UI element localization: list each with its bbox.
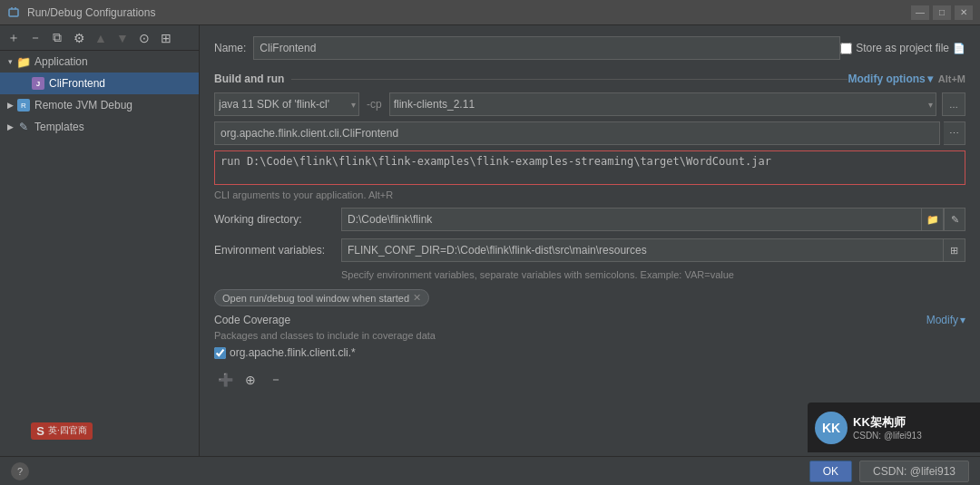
cancel-button[interactable]: CSDN: @lifei913 xyxy=(859,461,969,482)
working-dir-label: Working directory: xyxy=(214,213,341,226)
classpath-select[interactable]: flink-clients_2.11 xyxy=(389,92,936,116)
kk-avatar: KK xyxy=(815,412,848,444)
footer-left: ? xyxy=(11,462,29,480)
folder-icon: 📁 xyxy=(16,54,31,69)
store-project-file: Store as project file 📄 xyxy=(840,42,965,54)
ok-button[interactable]: OK xyxy=(809,461,852,482)
working-dir-browse-btn[interactable]: 📁 xyxy=(922,208,944,231)
coverage-desc: Packages and classes to include in cover… xyxy=(214,330,965,341)
coverage-item-row: org.apache.flink.client.cli.* xyxy=(214,346,965,359)
main-class-display[interactable]: org.apache.flink.client.cli.CliFrontend xyxy=(214,121,940,145)
maximize-button[interactable]: □ xyxy=(933,5,951,20)
minimize-button[interactable]: — xyxy=(911,5,929,20)
env-vars-hint: Specify environment variables, separate … xyxy=(341,269,965,280)
working-dir-input[interactable]: D:\Code\flink\flink xyxy=(341,208,922,231)
sdk-select-wrapper: java 11 SDK of 'flink-cl' xyxy=(214,92,359,116)
sidebar-item-label-templates: Templates xyxy=(34,121,84,133)
store-project-file-icon[interactable]: 📄 xyxy=(953,43,965,54)
sdk-select[interactable]: java 11 SDK of 'flink-cl' xyxy=(214,92,359,116)
tag-remove-icon[interactable]: ✕ xyxy=(413,292,421,304)
env-vars-label: Environment variables: xyxy=(214,244,341,257)
templates-icon: ✎ xyxy=(16,120,31,134)
name-row: Name: CliFrontend Store as project file … xyxy=(214,36,965,60)
kk-avatar-text: KK xyxy=(822,421,840,435)
footer: ? OK CSDN: @lifei913 xyxy=(0,456,980,485)
expand-button[interactable]: ⊞ xyxy=(156,28,176,48)
open-tool-window-tag[interactable]: Open run/debug tool window when started … xyxy=(214,289,429,306)
name-input[interactable]: CliFrontend xyxy=(253,36,840,60)
sidebar-item-templates[interactable]: ▶ ✎ Templates xyxy=(0,116,199,138)
env-vars-expand-btn[interactable]: ⊞ xyxy=(944,238,965,262)
tags-row: Open run/debug tool window when started … xyxy=(214,289,965,306)
sidebar-item-label-clifrontend: CliFrontend xyxy=(49,77,105,90)
main-class-row: org.apache.flink.client.cli.CliFrontend … xyxy=(214,121,965,145)
close-button[interactable]: ✕ xyxy=(955,5,973,20)
move-up-button[interactable]: ▲ xyxy=(91,28,111,48)
bottom-toolbar: ➕ ⊕ － xyxy=(214,370,965,390)
footer-right: OK CSDN: @lifei913 xyxy=(809,461,969,482)
program-args-input[interactable]: run D:\Code\flink\flink\flink-examples\f… xyxy=(214,150,965,185)
add-coverage-btn[interactable]: ➕ xyxy=(214,370,236,390)
sdk-classpath-row: java 11 SDK of 'flink-cl' -cp flink-clie… xyxy=(214,92,965,116)
kk-sub: CSDN: @lifei913 xyxy=(853,431,922,441)
expand-arrow-templates: ▶ xyxy=(4,121,16,133)
build-run-section-header: Build and run Modify options ▾ Alt+M xyxy=(214,73,965,85)
main-class-field[interactable]: org.apache.flink.client.cli.CliFrontend … xyxy=(942,92,965,116)
add-subdir-btn[interactable]: ⊕ xyxy=(240,370,261,390)
sidebar-item-label-application: Application xyxy=(34,55,88,68)
working-dir-macro-btn[interactable]: ✎ xyxy=(944,208,965,231)
right-panel: Name: CliFrontend Store as project file … xyxy=(200,25,980,456)
modify-options-link[interactable]: Modify options ▾ Alt+M xyxy=(848,73,965,85)
sidebar: ＋ － ⧉ ⚙ ▲ ▼ ⊙ ⊞ ▾ 📁 Application J CliFro… xyxy=(0,25,200,456)
classpath-select-wrapper: flink-clients_2.11 xyxy=(389,92,936,116)
config-icon: J xyxy=(31,76,45,91)
window-icon xyxy=(7,5,22,20)
move-down-button[interactable]: ▼ xyxy=(113,28,132,48)
store-project-file-label: Store as project file xyxy=(856,42,949,54)
add-config-button[interactable]: ＋ xyxy=(4,28,24,48)
watermark: S 英·四官商 xyxy=(7,412,116,449)
remote-icon: R xyxy=(16,98,31,112)
remove-coverage-btn[interactable]: － xyxy=(265,370,287,390)
sidebar-item-application[interactable]: ▾ 📁 Application xyxy=(0,51,199,73)
env-vars-row: Environment variables: FLINK_CONF_DIR=D:… xyxy=(214,238,965,262)
tag-label: Open run/debug tool window when started xyxy=(222,293,409,304)
code-coverage-label: Code Coverage xyxy=(214,314,290,326)
section-divider xyxy=(291,79,848,80)
working-dir-row: Working directory: D:\Code\flink\flink 📁… xyxy=(214,208,965,231)
main-class-text: org.apache.flink.client.cli.CliFrontend xyxy=(220,127,398,140)
watermark-text: 英·四官商 xyxy=(48,424,87,437)
main-class-btn[interactable]: ⋯ xyxy=(944,121,965,145)
title-bar: Run/Debug Configurations — □ ✕ xyxy=(0,0,980,25)
main-content: ＋ － ⧉ ⚙ ▲ ▼ ⊙ ⊞ ▾ 📁 Application J CliFro… xyxy=(0,25,980,456)
coverage-item-checkbox[interactable] xyxy=(214,347,226,359)
name-label: Name: xyxy=(214,42,246,54)
watermark-s-icon: S xyxy=(36,424,44,438)
program-args-section: run D:\Code\flink\flink\flink-examples\f… xyxy=(214,150,965,200)
expand-arrow-application: ▾ xyxy=(4,55,16,68)
build-run-label: Build and run xyxy=(214,73,284,85)
window-controls[interactable]: — □ ✕ xyxy=(911,5,973,20)
remove-config-button[interactable]: － xyxy=(25,28,45,48)
watermark-logo: S 英·四官商 xyxy=(31,422,92,440)
coverage-item-label: org.apache.flink.client.cli.* xyxy=(230,346,356,359)
sidebar-item-label-remote: Remote JVM Debug xyxy=(34,99,132,112)
kk-badge: KK KK架构师 CSDN: @lifei913 xyxy=(808,403,980,452)
sort-button[interactable]: ⊙ xyxy=(134,28,154,48)
sidebar-item-remote-jvm-debug[interactable]: ▶ R Remote JVM Debug xyxy=(0,94,199,116)
settings-button[interactable]: ⚙ xyxy=(69,28,89,48)
window-title: Run/Debug Configurations xyxy=(27,6,911,19)
code-coverage-header: Code Coverage Modify ▾ xyxy=(214,314,965,326)
coverage-modify-link[interactable]: Modify ▾ xyxy=(926,314,965,326)
help-button[interactable]: ? xyxy=(11,462,29,480)
env-vars-input[interactable]: FLINK_CONF_DIR=D:\Code\flink\flink-dist\… xyxy=(341,238,944,262)
expand-arrow-clifrontend xyxy=(18,77,31,90)
kk-info: KK架构师 CSDN: @lifei913 xyxy=(853,414,922,441)
store-project-file-checkbox[interactable] xyxy=(840,43,852,54)
classpath-prefix: -cp xyxy=(367,98,382,111)
copy-config-button[interactable]: ⧉ xyxy=(47,28,67,48)
expand-arrow-remote: ▶ xyxy=(4,99,16,112)
kk-name: KK架构师 xyxy=(853,414,922,431)
name-input-wrapper: CliFrontend xyxy=(253,36,840,60)
sidebar-item-clifrontend[interactable]: J CliFrontend xyxy=(0,73,199,94)
